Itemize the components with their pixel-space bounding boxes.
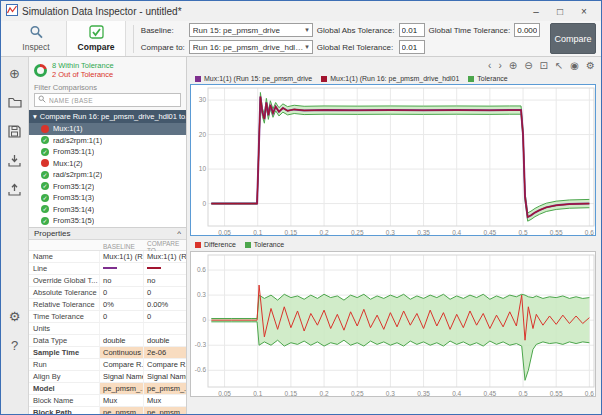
filter-search-box[interactable]: [34, 93, 181, 107]
difference-chart[interactable]: 0.050.10.150.20.250.30.350.40.450.50.550…: [190, 251, 596, 397]
svg-text:0.35: 0.35: [417, 390, 430, 397]
legend-swatch: [195, 242, 201, 248]
chart-settings-gear-icon[interactable]: ⚙: [586, 61, 595, 71]
pointer-cursor-icon[interactable]: ↖: [555, 61, 563, 71]
svg-text:0.4: 0.4: [452, 229, 461, 236]
export-data-icon[interactable]: [7, 181, 23, 197]
next-comparison-icon[interactable]: ›: [498, 61, 501, 71]
within-tolerance-icon: ✓: [41, 194, 49, 202]
baseline-select-value: Run 15: pe_pmsm_drive: [193, 26, 280, 35]
compare-to-select[interactable]: Run 16: pe_pmsm_drive_hdl01 ▾: [189, 40, 313, 54]
tree-item-rad-s2rpm-1-2-[interactable]: ✓rad/s2rpm:1(2): [29, 169, 186, 181]
compare-to-label: Compare to:: [141, 43, 185, 52]
property-row-model[interactable]: Modelpe_pmsm_...pe_pmsm_...: [29, 383, 186, 395]
out-of-tolerance-icon: [41, 125, 49, 133]
minimize-button[interactable]: –: [524, 6, 548, 17]
property-compare-value: Compare R...: [143, 359, 186, 370]
svg-text:0.1: 0.1: [253, 229, 262, 236]
property-label: Units: [29, 324, 99, 333]
property-row-name[interactable]: NameMux:1(1) (R...Mux:1(1) (R...: [29, 251, 186, 263]
compare-button[interactable]: Compare: [550, 23, 596, 54]
property-baseline-value: pe_pmsm_...: [99, 407, 143, 415]
property-compare-value: Signal Name: [143, 371, 186, 382]
legend-item: Mux:1(1) (Run 16: pe_pmsm_drive_hdl01: [321, 75, 459, 82]
tree-item-mux-1-2-[interactable]: Mux:1(2): [29, 158, 186, 170]
property-row-relative-tolerance[interactable]: Relative Tolerance0%0.00%: [29, 299, 186, 311]
close-button[interactable]: ×: [572, 6, 596, 17]
out-of-tolerance-count: 2 Out of Tolerance: [52, 70, 114, 79]
maximize-button[interactable]: □: [548, 6, 572, 17]
property-row-data-type[interactable]: Data Typedoubledouble: [29, 335, 186, 347]
property-row-block-name[interactable]: Block NameMuxMux: [29, 395, 186, 407]
global-abs-tolerance-input[interactable]: [399, 23, 425, 37]
svg-text:-0.3: -0.3: [195, 341, 207, 348]
app-icon: [6, 4, 18, 18]
tree-item-mux-1-1-[interactable]: Mux:1(1): [29, 123, 186, 135]
tolerance-status: 8 Within Tolerance 2 Out of Tolerance: [29, 57, 186, 81]
tree-item-from35-1-5-[interactable]: ✓From35:1(5): [29, 215, 186, 227]
properties-header[interactable]: Properties ^: [29, 227, 186, 240]
help-icon[interactable]: ?: [7, 337, 23, 353]
within-tolerance-icon: ✓: [41, 148, 49, 156]
prev-comparison-icon[interactable]: ‹: [488, 61, 491, 71]
import-data-icon[interactable]: [7, 152, 23, 168]
svg-text:-0.6: -0.6: [195, 366, 207, 373]
within-tolerance-icon: ✓: [41, 205, 49, 213]
tree-item-from35-1-1-[interactable]: ✓From35:1(1): [29, 146, 186, 158]
zoom-out-icon[interactable]: ⊖: [524, 61, 532, 71]
snapshot-camera-icon[interactable]: ◉: [570, 61, 579, 71]
property-label: Sample Time: [29, 348, 99, 357]
save-session-icon[interactable]: [7, 123, 23, 139]
fit-to-view-icon[interactable]: ⊡: [540, 61, 548, 71]
property-row-sample-time[interactable]: Sample TimeContinuous2e-06: [29, 347, 186, 359]
global-time-tolerance-input[interactable]: [514, 23, 540, 37]
left-icon-strip: ⊕ ⚙ ?: [1, 57, 29, 414]
svg-text:0.1: 0.1: [253, 390, 262, 397]
tab-compare[interactable]: Compare: [66, 21, 126, 56]
property-baseline-value: double: [99, 335, 143, 346]
tree-item-label: From35:1(1): [53, 147, 94, 156]
signals-chart[interactable]: 0.050.10.150.20.250.30.350.40.450.50.550…: [190, 84, 596, 236]
svg-text:0.15: 0.15: [285, 390, 298, 397]
property-row-block-path[interactable]: Block Pathpe_pmsm_...pe_pmsm_...: [29, 407, 186, 415]
baseline-select[interactable]: Run 15: pe_pmsm_drive ▾: [189, 23, 313, 37]
svg-text:10: 10: [199, 165, 207, 172]
svg-text:0.15: 0.15: [285, 229, 298, 236]
tree-item-from35-1-3-[interactable]: ✓From35:1(3): [29, 192, 186, 204]
add-run-icon[interactable]: ⊕: [7, 65, 23, 81]
title-bar: Simulation Data Inspector - untitled* – …: [1, 1, 601, 21]
tree-item-label: rad/s2rpm:1(2): [53, 170, 102, 179]
tree-item-from35-1-2-[interactable]: ✓From35:1(2): [29, 181, 186, 193]
tab-inspect[interactable]: Inspect: [6, 21, 66, 56]
tree-item-label: From35:1(3): [53, 193, 94, 202]
properties-title: Properties: [34, 229, 70, 238]
global-rel-tolerance-input[interactable]: [399, 40, 425, 54]
property-row-align-by[interactable]: Align BySignal NameSignal Name: [29, 371, 186, 383]
svg-text:0.2: 0.2: [320, 390, 329, 397]
property-row-run[interactable]: RunCompare R...Compare R...: [29, 359, 186, 371]
property-label: Line: [29, 264, 99, 273]
property-label: Override Global T...: [29, 276, 99, 285]
property-row-units[interactable]: Units: [29, 323, 186, 335]
property-row-time-tolerance[interactable]: Time Tolerance00: [29, 311, 186, 323]
filter-search-input[interactable]: [49, 97, 177, 104]
global-abs-tolerance-label: Global Abs Tolerance:: [317, 26, 395, 35]
tree-item-from35-1-4-[interactable]: ✓From35:1(4): [29, 204, 186, 216]
comparison-tree-root[interactable]: ▾ Compare Run 16: pe_pmsm_drive_hdl01 to…: [29, 110, 186, 123]
property-baseline-value: 0%: [99, 299, 143, 310]
tree-item-label: From35:1(5): [53, 216, 94, 225]
tree-caret-icon: ▾: [33, 112, 37, 121]
out-of-tolerance-icon: [41, 159, 49, 167]
svg-text:0.6: 0.6: [585, 390, 594, 397]
property-row-absolute-tolerance[interactable]: Absolute Tolerance00: [29, 287, 186, 299]
zoom-in-icon[interactable]: ⊕: [509, 61, 517, 71]
tree-item-rad-s2rpm-1-1-[interactable]: ✓rad/s2rpm:1(1): [29, 135, 186, 147]
within-tolerance-count: 8 Within Tolerance: [52, 61, 114, 70]
svg-text:0: 0: [202, 200, 206, 207]
svg-text:0.6: 0.6: [197, 266, 206, 273]
property-row-override-global-t-[interactable]: Override Global T...nono: [29, 275, 186, 287]
search-icon: [38, 95, 46, 105]
open-session-folder-icon[interactable]: [7, 94, 23, 110]
preferences-gear-icon[interactable]: ⚙: [7, 308, 23, 324]
property-row-line[interactable]: Line: [29, 263, 186, 275]
